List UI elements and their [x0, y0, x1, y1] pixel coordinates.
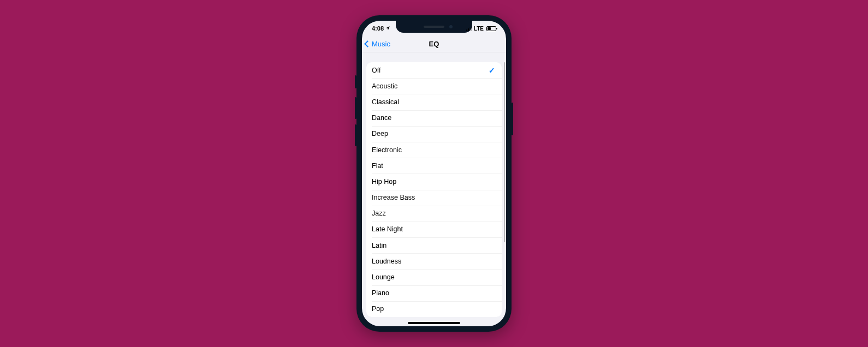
eq-option-label: Classical	[372, 98, 399, 106]
eq-option-label: Lounge	[372, 273, 395, 281]
eq-option-row[interactable]: Hip Hop	[366, 174, 502, 189]
status-bar: 4:08 LTE	[362, 21, 506, 36]
eq-option-label: Dance	[372, 114, 391, 122]
back-label: Music	[372, 40, 390, 48]
volume-up-button	[355, 97, 356, 119]
eq-option-row[interactable]: Flat	[366, 158, 502, 174]
eq-option-row[interactable]: Latin	[366, 237, 502, 253]
eq-option-label: Off	[372, 67, 381, 74]
mute-switch	[355, 75, 356, 88]
eq-option-row[interactable]: Loudness	[366, 253, 502, 269]
cellular-signal-icon	[466, 26, 472, 31]
eq-option-label: Deep	[372, 130, 388, 137]
eq-option-label: Loudness	[372, 258, 401, 265]
eq-option-label: Late Night	[372, 225, 403, 233]
eq-option-row[interactable]: Jazz	[366, 206, 502, 222]
eq-option-row[interactable]: Pop	[366, 301, 502, 317]
eq-options-list: Off✓AcousticClassicalDanceDeepElectronic…	[366, 62, 502, 317]
eq-option-label: Jazz	[372, 210, 386, 217]
back-button[interactable]: Music	[362, 40, 390, 48]
location-icon	[385, 25, 390, 32]
status-time: 4:08	[372, 25, 384, 32]
eq-option-row[interactable]: Increase Bass	[366, 190, 502, 206]
eq-option-label: Acoustic	[372, 82, 397, 90]
eq-option-label: Piano	[372, 289, 389, 297]
status-right: LTE	[466, 26, 496, 32]
eq-option-label: Pop	[372, 305, 384, 313]
screen: 4:08 LTE Music EQ O	[362, 21, 506, 326]
network-label: LTE	[474, 26, 484, 32]
eq-option-row[interactable]: Electronic	[366, 142, 502, 158]
nav-header: Music EQ	[362, 36, 506, 52]
page-title: EQ	[429, 40, 439, 48]
volume-down-button	[355, 124, 356, 146]
eq-option-label: Increase Bass	[372, 194, 415, 201]
battery-icon	[486, 26, 496, 31]
eq-option-row[interactable]: Piano	[366, 285, 502, 301]
eq-option-row[interactable]: Classical	[366, 94, 502, 110]
eq-option-row[interactable]: Acoustic	[366, 78, 502, 94]
chevron-left-icon	[364, 40, 371, 47]
eq-option-row[interactable]: Deep	[366, 126, 502, 142]
scrollbar[interactable]	[504, 62, 505, 242]
eq-option-label: Flat	[372, 162, 383, 170]
eq-option-row[interactable]: Dance	[366, 110, 502, 126]
power-button	[512, 103, 513, 135]
phone-frame: 4:08 LTE Music EQ O	[356, 15, 512, 332]
eq-option-label: Hip Hop	[372, 178, 396, 186]
eq-option-row[interactable]: Off✓	[366, 62, 502, 78]
eq-option-row[interactable]: Lounge	[366, 269, 502, 285]
home-indicator[interactable]	[408, 322, 460, 324]
content: Off✓AcousticClassicalDanceDeepElectronic…	[362, 52, 506, 326]
checkmark-icon: ✓	[489, 66, 495, 75]
eq-option-row[interactable]: Late Night	[366, 222, 502, 237]
status-left: 4:08	[372, 25, 390, 32]
eq-option-label: Latin	[372, 242, 387, 249]
eq-option-label: Electronic	[372, 146, 402, 154]
